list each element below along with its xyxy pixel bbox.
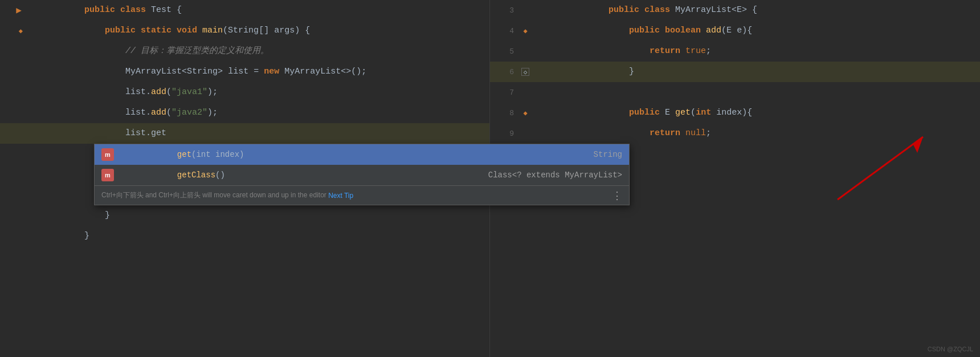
right-gutter-4: 4 xyxy=(490,27,518,35)
next-tip-button[interactable]: Next Tip xyxy=(328,192,353,200)
watermark: CSDN @ZQCJL xyxy=(928,346,973,352)
right-linenum-8: 8 xyxy=(509,109,514,117)
autocomplete-return-get: String xyxy=(594,150,622,159)
execution-arrow-1: ▶ xyxy=(16,5,22,16)
autocomplete-return-getclass: Class<? extends MyArrayList> xyxy=(488,171,622,180)
autocomplete-tip-text: Ctrl+向下箭头 and Ctrl+向上箭头 will move caret … xyxy=(101,190,326,200)
autocomplete-dropdown[interactable]: m get(int index) String m getClass() Cla… xyxy=(94,144,630,205)
line-gutter-2: ◆ xyxy=(0,27,28,35)
right-gutter-7: 7 xyxy=(490,88,518,97)
autocomplete-icon-get: m xyxy=(101,148,114,161)
breakpoint-2: ◆ xyxy=(19,27,23,35)
right-bp-area-4: ◆ xyxy=(518,27,532,35)
line-content-9: } xyxy=(28,205,489,267)
autocomplete-icon-getclass: m xyxy=(101,169,114,181)
right-linenum-7: 7 xyxy=(509,88,514,97)
right-linenum-9: 9 xyxy=(509,129,514,138)
editor-container: ▶ public class Test { ◆ public static vo… xyxy=(0,0,980,357)
right-gutter-3: 3 xyxy=(490,6,518,15)
left-code-area: ▶ public class Test { ◆ public static vo… xyxy=(0,0,489,357)
right-linenum-3: 3 xyxy=(509,6,514,15)
right-bp-area-6: ◇ xyxy=(518,68,532,76)
line-gutter-1: ▶ xyxy=(0,5,28,16)
autocomplete-signature-getclass: getClass() xyxy=(120,161,477,189)
right-gutter-6: 6 xyxy=(490,68,518,76)
right-bp-area-8: ◆ xyxy=(518,109,532,117)
more-options-icon[interactable]: ⋮ xyxy=(612,189,622,202)
right-gutter-8: 8 xyxy=(490,109,518,117)
right-line-6: 6 ◇ } xyxy=(490,62,980,82)
right-bp-4: ◆ xyxy=(523,27,527,35)
right-gutter-9: 9 xyxy=(490,129,518,138)
right-bp-6: ◇ xyxy=(521,68,529,76)
right-gutter-5: 5 xyxy=(490,47,518,56)
right-linenum-5: 5 xyxy=(509,47,514,56)
right-linenum-4: 4 xyxy=(509,27,514,35)
right-linenum-6: 6 xyxy=(509,68,514,76)
right-bp-8: ◆ xyxy=(523,109,527,117)
line-9: } xyxy=(0,226,489,246)
left-panel: ▶ public class Test { ◆ public static vo… xyxy=(0,0,490,357)
